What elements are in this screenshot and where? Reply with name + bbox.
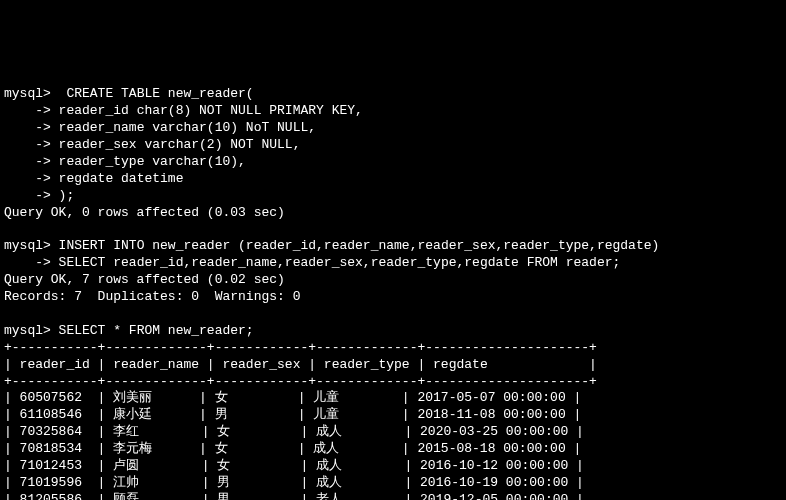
- continuation: ->: [4, 188, 51, 203]
- query-result: Query OK, 7 rows affected (0.02 sec): [4, 272, 285, 287]
- table-row: | 70325864 | 李红 | 女 | 成人 | 2020-03-25 00…: [4, 424, 584, 439]
- query-result: Records: 7 Duplicates: 0 Warnings: 0: [4, 289, 300, 304]
- table-header: | reader_id | reader_name | reader_sex |…: [4, 357, 597, 372]
- sql-select-line1: SELECT * FROM new_reader;: [51, 323, 254, 338]
- table-border: +-----------+-------------+------------+…: [4, 340, 597, 355]
- sql-insert-line1: INSERT INTO new_reader (reader_id,reader…: [51, 238, 660, 253]
- table-row: | 70818534 | 李元梅 | 女 | 成人 | 2015-08-18 0…: [4, 441, 581, 456]
- table-border: +-----------+-------------+------------+…: [4, 374, 597, 389]
- table-row: | 61108546 | 康小廷 | 男 | 儿童 | 2018-11-08 0…: [4, 407, 581, 422]
- prompt: mysql>: [4, 238, 51, 253]
- continuation: ->: [4, 103, 51, 118]
- query-result: Query OK, 0 rows affected (0.03 sec): [4, 205, 285, 220]
- continuation: ->: [4, 137, 51, 152]
- table-row: | 71019596 | 江帅 | 男 | 成人 | 2016-10-19 00…: [4, 475, 584, 490]
- continuation: ->: [4, 171, 51, 186]
- sql-create-line7: );: [51, 188, 74, 203]
- sql-create-line3: reader_name varchar(10) NoT NULL,: [51, 120, 316, 135]
- sql-create-line2: reader_id char(8) NOT NULL PRIMARY KEY,: [51, 103, 363, 118]
- table-row: | 71012453 | 卢圆 | 女 | 成人 | 2016-10-12 00…: [4, 458, 584, 473]
- sql-create-line5: reader_type varchar(10),: [51, 154, 246, 169]
- prompt: mysql>: [4, 323, 51, 338]
- mysql-terminal[interactable]: mysql> CREATE TABLE new_reader( -> reade…: [0, 84, 786, 500]
- sql-insert-line2: SELECT reader_id,reader_name,reader_sex,…: [51, 255, 621, 270]
- sql-create-line1: CREATE TABLE new_reader(: [51, 86, 254, 101]
- continuation: ->: [4, 120, 51, 135]
- sql-create-line4: reader_sex varchar(2) NOT NULL,: [51, 137, 301, 152]
- prompt: mysql>: [4, 86, 51, 101]
- continuation: ->: [4, 154, 51, 169]
- table-row: | 81205586 | 顾磊 | 男 | 老人 | 2019-12-05 00…: [4, 492, 584, 500]
- table-row: | 60507562 | 刘美丽 | 女 | 儿童 | 2017-05-07 0…: [4, 390, 581, 405]
- sql-create-line6: regdate datetime: [51, 171, 184, 186]
- continuation: ->: [4, 255, 51, 270]
